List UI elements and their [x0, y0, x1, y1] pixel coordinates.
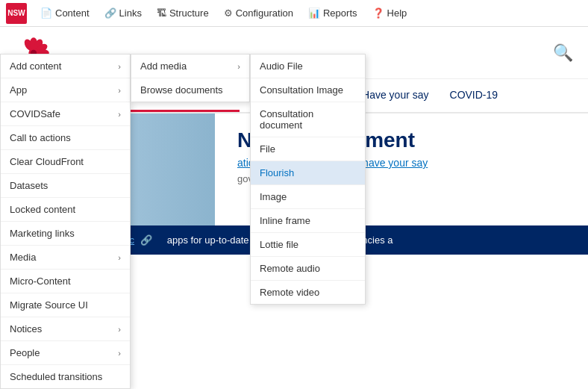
- menu-item-remote-audio[interactable]: Remote audio: [251, 257, 365, 281]
- arrow-icon: ›: [118, 86, 121, 95]
- structure-icon: 🏗: [157, 7, 166, 19]
- nav-content[interactable]: 📄 Content: [33, 0, 97, 26]
- nav-structure[interactable]: 🏗 Structure: [149, 0, 216, 26]
- top-navigation: NSW 📄 Content 🔗 Links 🏗 Structure ⚙ Conf…: [0, 0, 588, 27]
- menu-item-media[interactable]: Media ›: [1, 246, 130, 270]
- help-icon: ❓: [372, 7, 384, 19]
- main-content: NSW GOVERNMENT 🔍 Living in NSW ▾ Working…: [0, 27, 588, 389]
- arrow-icon: ›: [118, 325, 121, 334]
- nav-links[interactable]: 🔗 Links: [97, 0, 149, 26]
- menu-item-file[interactable]: File: [251, 137, 365, 161]
- menu-item-migrate-source-ui[interactable]: Migrate Source UI: [1, 293, 130, 317]
- menu-item-inline-frame[interactable]: Inline frame: [251, 209, 365, 233]
- arrow-icon: ›: [118, 349, 121, 358]
- site-nav-covid[interactable]: COVID-19: [440, 79, 509, 112]
- menu-item-scheduled-transitions[interactable]: Scheduled transitions: [1, 365, 130, 388]
- menu-item-browse-documents[interactable]: Browse documents: [131, 78, 249, 102]
- menu-item-flourish[interactable]: Flourish: [251, 161, 365, 185]
- reports-icon: 📊: [308, 7, 320, 19]
- menu-item-app[interactable]: App ›: [1, 78, 130, 102]
- arrow-icon: ›: [118, 110, 121, 119]
- dropdown-content-menu: Add content › App › COVIDSafe › Call to …: [0, 54, 131, 389]
- menu-item-people[interactable]: People ›: [1, 341, 130, 365]
- links-icon: 🔗: [104, 7, 116, 19]
- content-icon: 📄: [40, 7, 52, 19]
- menu-item-lottie-file[interactable]: Lottie file: [251, 233, 365, 257]
- menu-item-micro-content[interactable]: Micro-Content: [1, 270, 130, 293]
- menu-item-add-media[interactable]: Add media ›: [131, 55, 249, 78]
- menu-item-add-content[interactable]: Add content ›: [1, 55, 130, 78]
- dropdown-media-menu: Add media › Browse documents: [131, 54, 250, 102]
- menu-item-consultation-image[interactable]: Consultation Image: [251, 78, 365, 102]
- menu-item-covidsafe[interactable]: COVIDSafe ›: [1, 102, 130, 126]
- menu-item-call-to-actions[interactable]: Call to actions: [1, 126, 130, 150]
- menu-item-audio-file[interactable]: Audio File: [251, 55, 365, 78]
- arrow-icon: ›: [237, 62, 240, 71]
- configuration-icon: ⚙: [224, 7, 233, 19]
- nav-help[interactable]: ❓ Help: [365, 0, 415, 26]
- site-search-icon[interactable]: 🔍: [553, 43, 573, 63]
- nav-reports[interactable]: 📊 Reports: [301, 0, 365, 26]
- menu-item-image[interactable]: Image: [251, 185, 365, 209]
- menu-item-locked-content[interactable]: Locked content: [1, 198, 130, 222]
- arrow-icon: ›: [118, 253, 121, 262]
- dropdown-add-media-menu: Audio File Consultation Image Consultati…: [250, 54, 366, 305]
- menu-item-marketing-links[interactable]: Marketing links: [1, 222, 130, 246]
- menu-item-clear-cloudfront[interactable]: Clear CloudFront: [1, 150, 130, 174]
- menu-item-remote-video[interactable]: Remote video: [251, 281, 365, 304]
- nsw-admin-logo: NSW: [6, 3, 27, 24]
- menu-item-datasets[interactable]: Datasets: [1, 174, 130, 198]
- menu-item-consultation-document[interactable]: Consultation document: [251, 102, 365, 137]
- menu-item-notices[interactable]: Notices ›: [1, 317, 130, 341]
- nav-configuration[interactable]: ⚙ Configuration: [216, 0, 301, 26]
- arrow-icon: ›: [118, 62, 121, 71]
